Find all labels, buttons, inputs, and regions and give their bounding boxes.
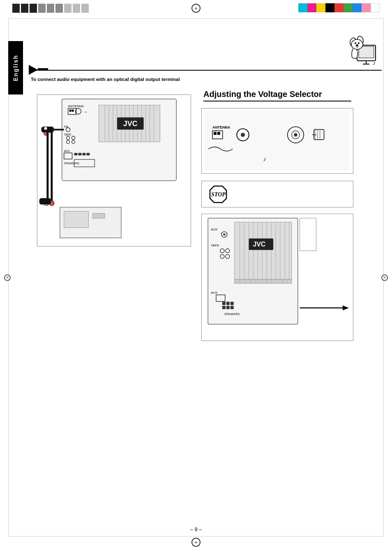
svg-rect-64 — [214, 132, 217, 135]
svg-rect-56 — [64, 211, 89, 228]
svg-rect-119 — [222, 306, 226, 309]
svg-rect-123 — [300, 218, 316, 251]
svg-rect-121 — [231, 306, 234, 309]
svg-text:SPEAKERS: SPEAKERS — [224, 313, 240, 315]
reg-block-4 — [38, 4, 46, 13]
svg-rect-118 — [231, 302, 234, 305]
mascot-illustration: ♪ — [345, 33, 378, 70]
svg-rect-45 — [82, 153, 85, 155]
svg-text:AUX: AUX — [64, 150, 70, 152]
left-diagram-svg: ANTENNA ~ JVC FM TAPE — [37, 95, 191, 246]
svg-marker-125 — [343, 306, 349, 311]
svg-point-70 — [294, 133, 297, 136]
svg-rect-44 — [78, 153, 81, 155]
svg-text:~: ~ — [312, 130, 317, 139]
language-label: English — [12, 55, 19, 81]
reg-block-7 — [64, 4, 71, 13]
reg-block-2 — [21, 4, 28, 13]
color-block-cyan — [298, 3, 307, 12]
right-diagram-bottom: AUX TAPE JVC — [201, 214, 353, 341]
svg-point-67 — [241, 133, 245, 137]
stop-sign-box: STOP — [201, 181, 353, 207]
reg-block-1 — [12, 4, 20, 13]
svg-text:ANTENNA: ANTENNA — [68, 104, 84, 108]
svg-text:~: ~ — [84, 110, 87, 114]
arrow-decoration — [29, 61, 49, 73]
svg-text:STOP: STOP — [211, 191, 226, 198]
color-block-yellow — [316, 3, 325, 12]
svg-rect-57 — [92, 213, 105, 218]
language-sidebar: English — [8, 41, 23, 94]
svg-rect-43 — [74, 153, 78, 155]
svg-text:♪: ♪ — [263, 156, 266, 162]
color-block-pink — [362, 3, 371, 12]
reg-block-9 — [81, 4, 89, 13]
svg-point-82 — [223, 233, 226, 236]
right-reg-mark: + — [381, 274, 388, 281]
svg-rect-116 — [222, 302, 226, 305]
svg-text:JVC: JVC — [253, 241, 265, 248]
stop-sign-svg: STOP — [208, 184, 241, 205]
svg-text:TAPE: TAPE — [211, 244, 219, 247]
center-crosshair: + — [191, 4, 201, 13]
color-block-magenta — [307, 3, 316, 12]
color-block-green — [344, 3, 353, 12]
svg-rect-46 — [86, 153, 90, 155]
left-reg-mark: + — [4, 274, 11, 281]
reg-block-6 — [55, 4, 63, 13]
svg-point-8 — [358, 42, 360, 44]
right-section-title: Adjusting the Voltage Selector — [203, 90, 351, 101]
right-diagram-top: ANTENNA ~ ♪ — [201, 108, 353, 174]
svg-point-51 — [44, 127, 47, 130]
bottom-reg-mark: + — [191, 538, 201, 547]
section-rule — [29, 70, 382, 71]
svg-rect-117 — [226, 302, 230, 305]
left-diagram-box: ANTENNA ~ JVC FM TAPE — [37, 94, 191, 246]
svg-rect-61 — [204, 111, 350, 170]
page-number: – 9 – — [190, 526, 202, 532]
svg-rect-88 — [235, 222, 292, 279]
svg-text:ANTENNA: ANTENNA — [212, 125, 231, 129]
reg-marks-left — [12, 4, 90, 13]
svg-rect-60 — [39, 198, 51, 205]
left-section-subtitle: To connect audio equipment with an optic… — [31, 76, 187, 83]
svg-point-9 — [356, 44, 358, 46]
svg-rect-14 — [69, 110, 71, 112]
svg-rect-65 — [217, 132, 220, 135]
svg-text:SPEAKERS: SPEAKERS — [64, 162, 80, 165]
reg-block-3 — [30, 4, 37, 13]
reg-block-5 — [47, 4, 54, 13]
svg-rect-15 — [72, 110, 74, 112]
reg-block-8 — [73, 4, 80, 13]
color-block-blue — [353, 3, 362, 12]
svg-text:AUX: AUX — [211, 228, 218, 231]
top-bar: + — [0, 0, 392, 16]
svg-text:♪: ♪ — [373, 60, 376, 66]
mascot-svg: ♪ — [345, 33, 378, 70]
svg-rect-120 — [226, 306, 230, 309]
color-block-black — [325, 3, 334, 12]
color-blocks-right — [298, 3, 380, 12]
svg-text:TAPE: TAPE — [64, 133, 71, 136]
right-diagram-top-svg: ANTENNA ~ ♪ — [202, 108, 353, 173]
svg-rect-103 — [235, 279, 292, 283]
color-block-red — [334, 3, 344, 12]
color-block-white — [371, 3, 380, 12]
svg-point-7 — [355, 42, 356, 44]
svg-text:AUX: AUX — [211, 291, 218, 295]
right-diagram-bottom-svg: AUX TAPE JVC — [202, 214, 353, 341]
svg-text:JVC: JVC — [123, 120, 138, 128]
